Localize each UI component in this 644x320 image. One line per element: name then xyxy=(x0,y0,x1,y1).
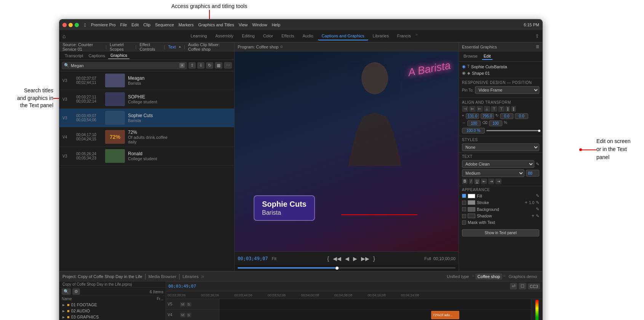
more-tabs-icon[interactable]: » xyxy=(415,32,418,40)
opacity-value[interactable]: 100.0 % xyxy=(462,128,485,133)
expand-icon[interactable]: ► xyxy=(62,303,66,307)
mask-checkbox[interactable] xyxy=(462,220,466,225)
weight-select[interactable]: Medium xyxy=(462,169,524,177)
mark-in-button[interactable]: { xyxy=(326,255,330,262)
timeline-btn-2[interactable]: ☐ xyxy=(519,283,526,289)
project-item-audio[interactable]: ► ■ 02 AUDIO xyxy=(59,308,166,314)
audio-mixer-tab[interactable]: Audio Clip Mixer: Coffee shop xyxy=(188,42,231,51)
next-result-button[interactable]: ⇩ xyxy=(197,62,205,69)
extra-val[interactable]: 0.0 xyxy=(515,113,528,119)
lumetri-tab[interactable]: Lumetri Scopes xyxy=(110,42,133,51)
align-bottom-button[interactable]: ⊤ xyxy=(498,106,505,112)
home-icon[interactable]: ⌂ xyxy=(62,33,66,39)
underline-button[interactable]: U xyxy=(474,178,480,184)
eg-layer-shape[interactable]: ◉ ◆ Shape 01 xyxy=(459,70,542,76)
menu-item-markers[interactable]: Markers xyxy=(177,22,196,28)
opacity-handle[interactable] xyxy=(538,130,540,132)
scale-y[interactable]: 100 xyxy=(489,121,502,126)
align-left-button[interactable]: ⊣ xyxy=(462,106,468,112)
eg-tab-edit[interactable]: Edit xyxy=(482,53,492,60)
expand-icon-3[interactable]: ► xyxy=(62,315,66,319)
refresh-button[interactable]: ↻ xyxy=(206,62,213,69)
clip-72pct[interactable]: 72%Of adu... xyxy=(431,311,459,319)
menu-item-file[interactable]: File xyxy=(118,22,129,28)
step-back-button[interactable]: ◀ xyxy=(344,255,350,262)
play-back-button[interactable]: ◀◀ xyxy=(332,255,342,262)
align-text-center[interactable]: ⇥ xyxy=(488,178,494,184)
graphics-tab[interactable]: Graphics xyxy=(108,52,129,59)
menu-item-help[interactable]: Help xyxy=(270,22,282,28)
scrubber-track[interactable] xyxy=(238,267,455,269)
menu-item-view[interactable]: View xyxy=(237,22,250,28)
project-new-button[interactable]: ⚙ xyxy=(72,288,80,295)
captions-tab[interactable]: Captions xyxy=(86,53,107,59)
align-right-button[interactable]: ⊢ xyxy=(476,106,483,112)
more-options-button[interactable]: ⋯ xyxy=(224,62,232,69)
play-button[interactable]: ▶ xyxy=(352,255,358,262)
stroke-checkbox[interactable] xyxy=(462,201,466,205)
maximize-button[interactable] xyxy=(75,23,79,27)
project-item-graphics[interactable]: ► ■ 03 GRAPHICS xyxy=(59,314,166,320)
menu-item-window[interactable]: Window xyxy=(250,22,269,28)
track-v5-s-btn[interactable]: S xyxy=(187,302,191,307)
search-clear[interactable]: × xyxy=(179,63,185,68)
show-in-text-panel-button[interactable]: Show in Text panel xyxy=(462,229,539,236)
shadow-color[interactable] xyxy=(468,214,475,218)
align-center-h-button[interactable]: ⊨ xyxy=(469,106,476,112)
tab-effects[interactable]: Effects xyxy=(278,32,298,40)
graphic-item-meagan[interactable]: V3 00;02;37;07 00;02;44;11 Meagan Barist… xyxy=(59,71,234,90)
font-select[interactable]: Adobe Clean xyxy=(462,160,534,168)
bg-checkbox[interactable] xyxy=(462,207,466,211)
filter-button[interactable]: ▦ xyxy=(215,62,222,69)
timeline-tab-unified[interactable]: Unified type xyxy=(444,273,471,280)
track-v4-m-btn[interactable]: M xyxy=(180,313,185,317)
shadow-checkbox[interactable] xyxy=(462,214,466,218)
menu-item-graphics[interactable]: Graphics and Titles xyxy=(196,22,236,28)
bold-button[interactable]: B xyxy=(462,178,468,184)
tab-color[interactable]: Color xyxy=(259,32,277,40)
pin-to-select[interactable]: Video Frame xyxy=(475,86,539,94)
export-icon[interactable]: ⇧ xyxy=(535,33,539,39)
styles-select[interactable]: None xyxy=(462,143,539,151)
text-tab[interactable]: Text xyxy=(168,45,176,49)
track-v4-s-btn[interactable]: S xyxy=(187,313,191,317)
text-tool-icon[interactable]: ✎ xyxy=(536,162,539,167)
media-browser-tab[interactable]: Media Browser xyxy=(149,274,176,279)
distribute-h-button[interactable]: ‖ xyxy=(505,106,510,112)
fill-color[interactable] xyxy=(468,194,475,198)
tab-audio[interactable]: Audio xyxy=(299,32,317,40)
italic-button[interactable]: I xyxy=(469,178,473,184)
tab-editing[interactable]: Editing xyxy=(238,32,259,40)
menu-item-clip[interactable]: Clip xyxy=(141,22,152,28)
effect-controls-tab[interactable]: Effect Controls xyxy=(139,42,161,51)
graphic-item-sophie[interactable]: V3 00;03;27;11 00;03;32;14 SOPHIE Colleg… xyxy=(59,90,234,109)
eg-tab-browse[interactable]: Browse xyxy=(462,53,479,60)
pos-y[interactable]: 795.0 xyxy=(481,113,494,119)
align-text-left[interactable]: ⇤ xyxy=(481,178,487,184)
search-input[interactable] xyxy=(71,63,178,68)
lower-third-graphic[interactable]: Sophie Cuts Barista xyxy=(254,195,315,221)
transcript-tab[interactable]: Transcript xyxy=(62,53,86,59)
menu-item-sequence[interactable]: Sequence xyxy=(153,22,176,28)
stroke-color[interactable] xyxy=(468,200,475,205)
graphic-item-sophie-cuts[interactable]: V3 00;03;49;07 00;03;54;06 Sophie Cuts B… xyxy=(59,109,234,127)
stroke-edit-icon[interactable]: ✎ xyxy=(536,200,539,205)
menu-item-edit[interactable]: Edit xyxy=(129,22,141,28)
align-center-v-button[interactable]: ⊤ xyxy=(491,106,497,112)
visibility-icon-2[interactable]: ◉ xyxy=(462,71,466,76)
eg-menu-icon[interactable]: ☰ xyxy=(536,45,539,49)
graphic-item-ronald[interactable]: V3 00;05;26;24 00;05;34;23 Ronald Colleg… xyxy=(59,147,234,166)
fill-checkbox[interactable] xyxy=(462,194,466,198)
font-size-input[interactable] xyxy=(526,170,539,177)
tab-captions-graphics[interactable]: Captions and Graphics xyxy=(318,32,368,40)
graphic-item-72pct[interactable]: V4 00;04;17;10 00;04;24;15 72% 72% Of ad… xyxy=(59,127,234,147)
tab-assembly[interactable]: Assembly xyxy=(211,32,237,40)
timeline-btn-1[interactable]: ⏎ xyxy=(510,283,517,289)
step-forward-button[interactable]: ▶▶ xyxy=(360,255,370,262)
timeline-tab-coffee[interactable]: Coffee shop xyxy=(475,273,502,280)
pos-x[interactable]: 131.0 xyxy=(466,113,479,119)
scrubber-head[interactable] xyxy=(336,267,339,270)
bg-color[interactable] xyxy=(468,207,475,212)
program-settings-icon[interactable]: ⚙ xyxy=(280,45,283,49)
stroke-add-icon[interactable]: + xyxy=(525,200,527,205)
